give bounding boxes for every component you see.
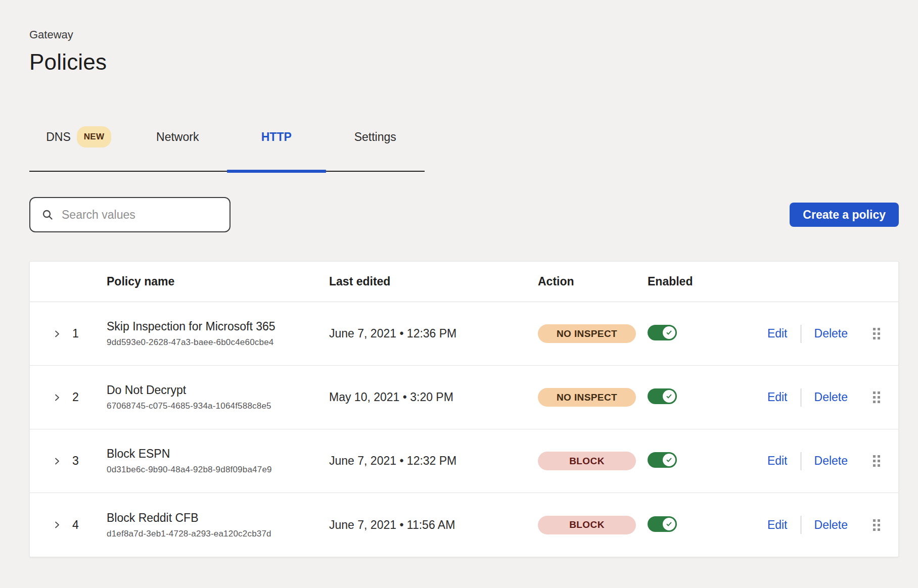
column-header-last-edited: Last edited xyxy=(329,275,538,288)
action-cell: BLOCK xyxy=(538,516,641,534)
edit-link[interactable]: Edit xyxy=(767,454,788,468)
last-edited: June 7, 2021 • 12:36 PM xyxy=(329,327,538,340)
action-badge: BLOCK xyxy=(538,516,636,534)
enabled-cell xyxy=(641,452,728,470)
breadcrumb: Gateway xyxy=(29,29,894,40)
policy-name: Skip Inspection for Microsoft 365 xyxy=(107,320,329,333)
row-actions: Edit Delete xyxy=(728,516,880,534)
action-badge: BLOCK xyxy=(538,452,636,470)
check-icon xyxy=(665,520,673,528)
policy-id: 0d31be6c-9b90-48a4-92b8-9d8f09ba47e9 xyxy=(107,465,329,475)
edit-link[interactable]: Edit xyxy=(767,390,788,404)
policy-name-cell: Do Not Decrypt 67068745-c075-4685-934a-1… xyxy=(107,383,329,411)
column-header-action: Action xyxy=(538,275,641,288)
drag-handle-icon[interactable] xyxy=(873,328,880,339)
policy-id: d1ef8a7d-3eb1-4728-a293-ea120c2cb37d xyxy=(107,529,329,539)
expand-row-button[interactable] xyxy=(47,521,67,529)
row-actions: Edit Delete xyxy=(728,452,880,470)
expand-row-button[interactable] xyxy=(47,457,67,465)
toolbar: Create a policy xyxy=(29,197,899,232)
action-divider xyxy=(801,325,801,343)
enabled-toggle[interactable] xyxy=(648,388,677,404)
chevron-right-icon xyxy=(53,457,61,465)
last-edited: May 10, 2021 • 3:20 PM xyxy=(329,390,538,404)
action-badge: NO INSPECT xyxy=(538,388,636,407)
page-title: Policies xyxy=(29,51,894,74)
policy-name: Block Reddit CFB xyxy=(107,511,329,525)
toggle-knob xyxy=(663,390,675,403)
tab-settings[interactable]: Settings xyxy=(326,126,425,171)
enabled-cell xyxy=(641,325,728,342)
tab-label: HTTP xyxy=(261,130,292,143)
action-cell: BLOCK xyxy=(538,452,641,470)
policy-name-cell: Block ESPN 0d31be6c-9b90-48a4-92b8-9d8f0… xyxy=(107,447,329,475)
gateway-policies-page: Gateway Policies DNS NEW Network HTTP Se… xyxy=(0,0,918,557)
drag-handle-icon[interactable] xyxy=(873,455,880,467)
delete-link[interactable]: Delete xyxy=(814,327,848,340)
policy-name-cell: Block Reddit CFB d1ef8a7d-3eb1-4728-a293… xyxy=(107,511,329,539)
column-header-enabled: Enabled xyxy=(641,275,728,288)
tab-dns[interactable]: DNS NEW xyxy=(29,126,128,171)
table-row: 2 Do Not Decrypt 67068745-c075-4685-934a… xyxy=(30,366,898,429)
enabled-cell xyxy=(641,516,728,534)
check-icon xyxy=(665,329,673,336)
new-badge: NEW xyxy=(77,126,112,148)
drag-handle-icon[interactable] xyxy=(873,391,880,403)
delete-link[interactable]: Delete xyxy=(814,518,848,532)
enabled-toggle[interactable] xyxy=(648,325,677,340)
delete-link[interactable]: Delete xyxy=(814,390,848,404)
toggle-knob xyxy=(663,518,675,530)
action-divider xyxy=(801,388,801,407)
policy-id: 67068745-c075-4685-934a-1064f588c8e5 xyxy=(107,401,329,411)
tab-label: Settings xyxy=(354,130,396,143)
table-row: 3 Block ESPN 0d31be6c-9b90-48a4-92b8-9d8… xyxy=(30,429,898,493)
create-policy-button[interactable]: Create a policy xyxy=(790,203,899,227)
last-edited: June 7, 2021 • 12:32 PM xyxy=(329,454,538,468)
table-row: 1 Skip Inspection for Microsoft 365 9dd5… xyxy=(30,302,898,366)
expand-row-button[interactable] xyxy=(47,394,67,402)
chevron-right-icon xyxy=(53,521,61,529)
drag-handle-icon[interactable] xyxy=(873,519,880,531)
row-number: 4 xyxy=(67,518,107,532)
policy-name: Do Not Decrypt xyxy=(107,383,329,397)
tab-bar: DNS NEW Network HTTP Settings xyxy=(29,126,425,172)
toggle-knob xyxy=(663,454,675,466)
action-divider xyxy=(801,516,801,534)
policy-name: Block ESPN xyxy=(107,447,329,461)
enabled-cell xyxy=(641,388,728,406)
policy-name-cell: Skip Inspection for Microsoft 365 9dd593… xyxy=(107,320,329,348)
table-row: 4 Block Reddit CFB d1ef8a7d-3eb1-4728-a2… xyxy=(30,493,898,557)
edit-link[interactable]: Edit xyxy=(767,518,788,532)
check-icon xyxy=(665,393,673,400)
delete-link[interactable]: Delete xyxy=(814,454,848,468)
tab-network[interactable]: Network xyxy=(128,126,227,171)
action-cell: NO INSPECT xyxy=(538,324,641,343)
enabled-toggle[interactable] xyxy=(648,516,677,532)
row-number: 3 xyxy=(67,454,107,468)
tab-http[interactable]: HTTP xyxy=(227,126,326,171)
row-number: 1 xyxy=(67,327,107,340)
check-icon xyxy=(665,456,673,464)
action-cell: NO INSPECT xyxy=(538,388,641,407)
expand-row-button[interactable] xyxy=(47,330,67,338)
policy-id: 9dd593e0-2628-47a3-baee-6b0c4e60cbe4 xyxy=(107,337,329,348)
toggle-knob xyxy=(663,326,675,339)
column-header-policy-name: Policy name xyxy=(107,275,329,288)
tab-label: DNS xyxy=(46,130,71,143)
last-edited: June 7, 2021 • 11:56 AM xyxy=(329,518,538,532)
search-box[interactable] xyxy=(29,197,231,232)
table-header: Policy name Last edited Action Enabled xyxy=(30,262,898,302)
row-actions: Edit Delete xyxy=(728,325,880,343)
chevron-right-icon xyxy=(53,394,61,402)
search-icon xyxy=(41,209,54,221)
enabled-toggle[interactable] xyxy=(648,452,677,468)
policies-table: Policy name Last edited Action Enabled 1… xyxy=(29,261,899,557)
search-input[interactable] xyxy=(62,208,220,222)
row-number: 2 xyxy=(67,390,107,404)
table-body: 1 Skip Inspection for Microsoft 365 9dd5… xyxy=(30,302,898,557)
chevron-right-icon xyxy=(53,330,61,338)
row-actions: Edit Delete xyxy=(728,388,880,407)
action-divider xyxy=(801,452,801,470)
tab-label: Network xyxy=(156,130,199,143)
edit-link[interactable]: Edit xyxy=(767,327,788,340)
